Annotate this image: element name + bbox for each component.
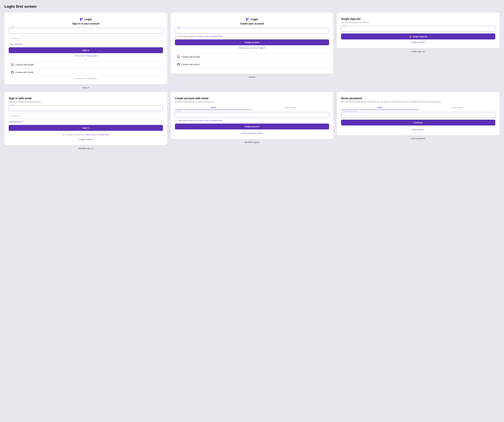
sign-in-button[interactable]: Sign In [9, 47, 163, 53]
sso-button[interactable]: 🔒 Single Sign-On [341, 33, 495, 39]
card-sign-in: Logto Sign in to your account Email Forg… [4, 12, 167, 84]
screen-label-sso: single_sign_on [411, 50, 425, 53]
tab-phone-reset[interactable]: Phone number [418, 106, 495, 110]
privacy-link-register[interactable]: Privacy Policy [212, 36, 222, 37]
reset-password-subtitle: Enter the email or phone number associat… [341, 101, 495, 103]
email-input-id-register[interactable] [175, 112, 329, 118]
sign-in-link-register[interactable]: Sign in [260, 47, 265, 49]
terms-link-sign-in[interactable]: Terms of Use [75, 78, 84, 79]
sign-in-title: Sign in to your account [9, 22, 163, 25]
or-divider-register: or [175, 50, 329, 52]
github-button-sign-in[interactable]: Continue with GitHub [9, 69, 163, 75]
terms-checkbox-register[interactable] [175, 36, 177, 37]
and-text-register: and [209, 36, 211, 37]
create-account-link-sign-in[interactable]: Create account [85, 55, 97, 57]
privacy-link-id-sign-in[interactable]: Privacy Policy [99, 134, 109, 136]
all-signin-options-link-id[interactable]: All sign-in options [9, 139, 163, 140]
create-account-button-register[interactable]: Create account [175, 39, 329, 45]
terms-text-register: I have read and agree to our [178, 36, 198, 37]
email-input-register[interactable] [175, 28, 329, 34]
tab-email-id-register[interactable]: Email [175, 106, 252, 110]
screens-grid: Logto Sign in to your account Email Forg… [4, 12, 500, 150]
svg-rect-1 [80, 18, 81, 21]
email-field-group-id-register: Email [175, 112, 329, 118]
id-register-tab-row: Email Phone number [175, 106, 329, 110]
google-button-label-sign-in: Continue with Google [15, 64, 34, 66]
and-text-id-register: and [209, 120, 211, 121]
or-divider-sign-in: or [9, 58, 163, 60]
screen-label-sign-in: sign_in [83, 86, 89, 89]
email-input-sso[interactable] [341, 26, 495, 31]
all-signin-options-link-sso[interactable]: All sign-in options [341, 41, 495, 43]
terms-link-id-sign-in[interactable]: Terms of Use [86, 134, 95, 136]
terms-checkbox-id-register[interactable] [175, 120, 177, 122]
card-id-sign-in: Sign in with email Enter your email and … [4, 92, 167, 145]
svg-rect-4 [246, 18, 247, 21]
card-id-register: Create account with email Enter your ema… [171, 92, 334, 139]
footer-links-sign-in: Terms of Use Privacy Policy [9, 78, 163, 79]
logo-text-register: Logto [251, 18, 258, 21]
email-label-id-register: Email [176, 111, 181, 113]
screen-register-wrapper: Logto Create your account Email I have r… [171, 12, 334, 89]
tab-phone-id-register[interactable]: Phone number [252, 106, 329, 110]
card-sso: Single Sign-On Enter your enterprise ema… [337, 12, 500, 48]
github-icon-register [177, 63, 180, 66]
email-label-sso: Email [342, 25, 347, 26]
forgot-password-link-sign-in[interactable]: Forgot password? [9, 43, 163, 45]
field-label-reset-password: Email / Phone number [342, 111, 358, 113]
password-input-id-sign-in[interactable] [9, 113, 163, 119]
email-label-id-sign-in: Email [10, 104, 15, 106]
sso-title: Single Sign-On [341, 17, 495, 21]
password-field-group-id-sign-in [9, 113, 163, 119]
google-icon-register [177, 55, 180, 58]
sign-in-button-id[interactable]: Sign In [9, 125, 163, 131]
back-to-sign-in-link[interactable]: Back to sign in [341, 128, 495, 131]
github-button-register[interactable]: Continue with GitHub [175, 61, 329, 67]
github-button-label-register: Continue with GitHub [182, 63, 199, 66]
terms-checkbox-row-register: I have read and agree to our Terms of Us… [175, 36, 329, 37]
privacy-link-id-register[interactable]: Privacy Policy [212, 120, 222, 121]
email-input-id-sign-in[interactable] [9, 106, 163, 111]
reset-password-title: Reset password [341, 97, 495, 100]
lock-icon: 🔒 [409, 35, 412, 38]
id-sign-in-subtitle: Enter your email and password to sign in… [9, 101, 163, 103]
screen-sign-in-wrapper: Logto Sign in to your account Email Forg… [4, 12, 167, 89]
email-field-group-id-sign-in: Email [9, 106, 163, 111]
email-label-sign-in: Email [10, 27, 15, 28]
continue-button-reset[interactable]: Continue [341, 120, 495, 126]
email-input-sign-in[interactable] [9, 28, 163, 34]
tab-email-reset[interactable]: Email [341, 106, 418, 110]
terms-checkbox-row-id-register: I have read and agree to our Terms of Us… [175, 120, 329, 122]
svg-rect-2 [82, 18, 83, 20]
google-button-sign-in[interactable]: Continue with Google [9, 62, 163, 68]
email-field-group-sso: Email [341, 26, 495, 31]
privacy-link-sign-in[interactable]: Privacy Policy [87, 78, 97, 79]
all-options-link-id-register[interactable]: All account creation options [175, 132, 329, 134]
field-input-reset-password[interactable] [341, 112, 495, 118]
create-account-button-id-register[interactable]: Create account [175, 124, 329, 129]
card-register: Logto Create your account Email I have r… [171, 12, 334, 74]
email-label-register: Email [176, 27, 181, 28]
email-field-group-register: Email [175, 28, 329, 34]
no-account-text: Not account? Create account [9, 55, 163, 57]
reset-password-tab-row: Email Phone number [341, 106, 495, 110]
by-continuing-text: By continuing, you agree to our Terms of… [9, 134, 163, 136]
screen-reset-password-wrapper: Reset password Enter the email or phone … [337, 92, 500, 150]
screen-label-register: register [249, 76, 255, 78]
id-sign-in-title: Sign in with email [9, 97, 163, 100]
already-account-text: Already have an account? Sign in [175, 47, 329, 49]
password-input-sign-in[interactable] [9, 36, 163, 41]
screen-label-reset-password: reset_password [411, 137, 426, 140]
field-group-reset-password: Email / Phone number [341, 112, 495, 118]
terms-link-register[interactable]: Terms of Use [199, 36, 208, 37]
sso-subtitle: Enter your enterprise email address. [341, 21, 495, 23]
terms-link-id-register[interactable]: Terms of Use [199, 120, 208, 121]
logo-text-sign-in: Logto [84, 18, 92, 21]
logo-area-sign-in: Logto [9, 17, 163, 21]
card-reset-password: Reset password Enter the email or phone … [337, 92, 500, 135]
google-button-register[interactable]: Continue with Google [175, 54, 329, 60]
screen-id-sign-in-wrapper: Sign in with email Enter your email and … [4, 92, 167, 150]
register-title: Create your account [175, 22, 329, 25]
forgot-password-link-id-sign-in[interactable]: Forgot password? [9, 121, 163, 123]
sso-button-label: Single Sign-On [413, 35, 427, 38]
